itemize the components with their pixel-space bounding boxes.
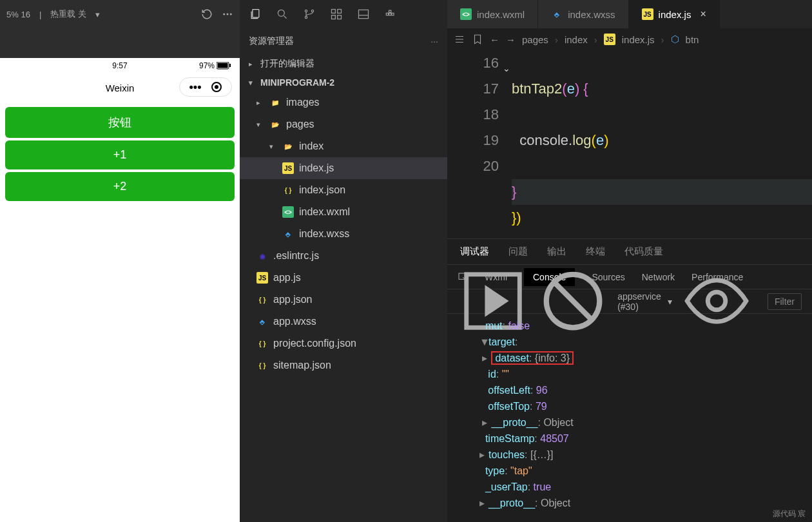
button-plus1[interactable]: +1: [5, 140, 235, 169]
branch-icon[interactable]: [303, 8, 316, 21]
folder-images[interactable]: ▸📁images: [240, 92, 447, 113]
console-toolbar: appservice (#30)▾ Filter: [447, 289, 812, 314]
tab-problems[interactable]: 问题: [508, 246, 528, 258]
debug-panel: 调试器 问题 输出 终端 代码质量 Wxml Console Sources N…: [447, 238, 812, 522]
file-eslint[interactable]: ◉.eslintrc.js: [240, 245, 447, 267]
status-bar: 9:57 97%: [0, 58, 240, 73]
file-project-config[interactable]: { }project.config.json: [240, 333, 447, 354]
svg-point-2: [230, 14, 232, 15]
explorer: 资源管理器 ··· ▸打开的编辑器 ▾MINIPROGRAM-2 ▸📁image…: [240, 0, 447, 522]
list-icon[interactable]: [454, 34, 465, 45]
svg-rect-4: [218, 63, 228, 68]
svg-rect-16: [386, 13, 388, 15]
file-index-wxss[interactable]: ⬘index.wxss: [240, 223, 447, 245]
tab-quality[interactable]: 代码质量: [624, 246, 663, 258]
folder-pages[interactable]: ▾📂pages: [240, 113, 447, 135]
project-section[interactable]: ▾MINIPROGRAM-2: [240, 73, 447, 92]
tab-terminal[interactable]: 终端: [586, 246, 605, 258]
svg-point-1: [227, 14, 229, 15]
highlighted-dataset: dataset: {info: 3}: [491, 351, 574, 365]
svg-rect-17: [389, 13, 391, 15]
capsule[interactable]: •••: [179, 77, 232, 97]
editor-tabs: <>index.wxml ⬘index.wxss JSindex.js×: [447, 0, 812, 28]
tab-output[interactable]: 输出: [547, 246, 566, 258]
svg-point-7: [278, 10, 284, 16]
svg-rect-6: [253, 10, 259, 18]
svg-rect-5: [229, 64, 231, 67]
svg-point-0: [223, 14, 225, 15]
svg-rect-14: [338, 15, 342, 19]
context-select[interactable]: appservice (#30)▾: [617, 291, 672, 312]
breadcrumbs[interactable]: ← → pages› index› JSindex.js› ⬡btn: [447, 28, 812, 50]
svg-rect-15: [359, 10, 369, 18]
svg-rect-12: [338, 10, 342, 14]
simulator: 5% 16 | 热重载 关 ▾ 9:57 97% Weixin ••• 按钮 +…: [0, 0, 240, 522]
sim-toolbar: 5% 16 | 热重载 关 ▾: [0, 0, 240, 28]
capsule-more-icon[interactable]: •••: [189, 84, 202, 90]
open-editors-section[interactable]: ▸打开的编辑器: [240, 54, 447, 73]
app-title: Weixin: [106, 82, 135, 93]
tab-wxml[interactable]: <>index.wxml: [447, 0, 538, 28]
svg-rect-11: [332, 10, 336, 14]
file-index-js[interactable]: JSindex.js: [240, 157, 447, 179]
status-time: 9:57: [112, 61, 127, 70]
more-icon[interactable]: [222, 8, 233, 20]
nav-back-icon[interactable]: ←: [490, 34, 499, 45]
button-main[interactable]: 按钮: [5, 107, 235, 138]
panel-tabs: 调试器 问题 输出 终端 代码质量: [447, 239, 812, 265]
tab-debugger[interactable]: 调试器: [460, 246, 489, 258]
code-lines[interactable]: btnTap2(e) { console.log(e) } }): [512, 50, 812, 238]
filter-input[interactable]: Filter: [768, 293, 802, 310]
file-app-wxss[interactable]: ⬘app.wxss: [240, 311, 447, 333]
ext-icon[interactable]: [330, 8, 343, 21]
sim-scale[interactable]: 5% 16: [6, 10, 30, 19]
fold-icon[interactable]: ⌄: [503, 55, 510, 81]
svg-rect-18: [392, 13, 394, 15]
page-content: 按钮 +1 +2: [0, 102, 240, 206]
explorer-header: 资源管理器 ···: [240, 28, 447, 54]
refresh-icon[interactable]: [201, 8, 213, 20]
footer-info: 源代码 宸: [773, 508, 806, 519]
devtab-network[interactable]: Network: [642, 272, 675, 282]
explorer-more-icon[interactable]: ···: [430, 36, 438, 46]
console-output[interactable]: mut: false ▼target: ▸dataset: {info: 3} …: [447, 314, 812, 522]
file-app-json[interactable]: { }app.json: [240, 289, 447, 311]
panel-icon[interactable]: [357, 8, 370, 21]
svg-point-9: [305, 16, 307, 18]
svg-rect-13: [332, 15, 336, 19]
file-index-wxml[interactable]: <>index.wxml: [240, 201, 447, 223]
file-sitemap[interactable]: { }sitemap.json: [240, 354, 447, 376]
folder-index[interactable]: ▾📂index: [240, 135, 447, 157]
svg-rect-19: [389, 10, 391, 12]
tab-wxss[interactable]: ⬘index.wxss: [538, 0, 628, 28]
tab-js[interactable]: JSindex.js×: [629, 0, 720, 28]
bookmark-icon[interactable]: [472, 34, 483, 45]
search-icon[interactable]: [276, 8, 289, 21]
file-tree: ▸📁images ▾📂pages ▾📂index JSindex.js { }i…: [240, 92, 447, 376]
button-plus2[interactable]: +2: [5, 172, 235, 201]
docker-icon[interactable]: [384, 8, 397, 21]
svg-point-23: [708, 293, 726, 311]
svg-point-8: [305, 10, 307, 12]
navbar: Weixin •••: [0, 73, 240, 102]
editor-area: <>index.wxml ⬘index.wxss JSindex.js× ← →…: [447, 0, 812, 522]
capsule-close-icon[interactable]: [211, 82, 222, 92]
svg-point-10: [311, 10, 313, 12]
nav-fwd-icon[interactable]: →: [506, 34, 516, 45]
files-icon[interactable]: [249, 8, 262, 21]
battery: 97%: [199, 61, 231, 70]
phone-canvas: 9:57 97% Weixin ••• 按钮 +1 +2: [0, 58, 240, 522]
file-app-js[interactable]: JSapp.js: [240, 267, 447, 289]
close-icon[interactable]: ×: [700, 8, 706, 20]
hot-reload-toggle[interactable]: 热重载 关: [50, 8, 86, 20]
gutter: ⌄ 1617181920: [447, 50, 512, 238]
code-editor[interactable]: ⌄ 1617181920 btnTap2(e) { console.log(e)…: [447, 50, 812, 238]
activity-bar: [240, 0, 447, 28]
file-index-json[interactable]: { }index.json: [240, 179, 447, 201]
